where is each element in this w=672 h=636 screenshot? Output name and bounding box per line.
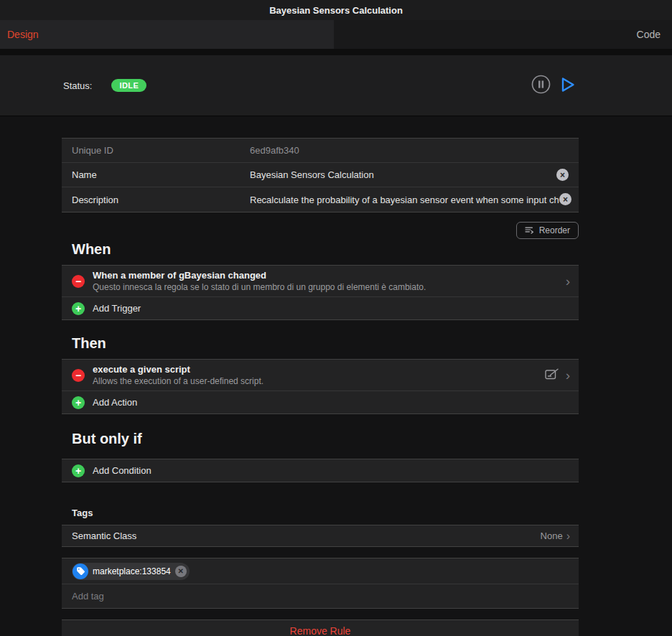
run-rule-button[interactable]: [560, 76, 576, 95]
tag-chip-label: marketplace:133854: [93, 566, 171, 576]
condition-card: + Add Condition: [62, 459, 579, 482]
reorder-label: Reorder: [539, 225, 570, 235]
add-action-label: Add Action: [93, 397, 137, 408]
tags-section-title: Tags: [62, 508, 672, 518]
remove-action-icon[interactable]: −: [72, 369, 85, 382]
reorder-button[interactable]: Reorder: [516, 222, 579, 239]
view-tabs: Design Code: [0, 20, 672, 49]
action-title: execute a given script: [93, 364, 539, 375]
action-item[interactable]: − execute a given script Allows the exec…: [62, 360, 579, 391]
clear-description-icon[interactable]: ×: [559, 193, 571, 205]
tags-card: marketplace:133854 ✕: [62, 558, 579, 609]
tab-code[interactable]: Code: [334, 20, 672, 49]
tag-chip-row: marketplace:133854 ✕: [62, 558, 579, 584]
semantic-class-row[interactable]: Semantic Class None ›: [62, 525, 579, 546]
name-label: Name: [72, 169, 250, 180]
status-label: Status:: [63, 80, 92, 91]
rule-details-card: Unique ID 6ed9afb340 Name Bayesian Senso…: [62, 138, 579, 212]
description-label: Description: [72, 195, 250, 205]
action-text: execute a given script Allows the execut…: [93, 364, 539, 386]
action-end-icons: ›: [545, 368, 570, 383]
rule-editor-page: Unique ID 6ed9afb340 Name Bayesian Senso…: [0, 138, 672, 636]
description-row: Description Recalculate the probability …: [62, 187, 579, 212]
pause-rule-button[interactable]: [531, 75, 551, 96]
pause-icon: [531, 75, 551, 96]
then-card: − execute a given script Allows the exec…: [62, 359, 579, 414]
add-condition-label: Add Condition: [93, 465, 151, 476]
chevron-right-icon: ›: [566, 274, 570, 288]
unique-id-label: Unique ID: [72, 145, 250, 156]
trigger-title: When a member of gBayesian changed: [93, 270, 566, 281]
reorder-icon: [525, 225, 535, 236]
app-navbar: Bayesian Sensors Calculation: [0, 0, 672, 20]
then-section-title: Then: [62, 335, 579, 352]
plus-icon: +: [72, 396, 85, 409]
edit-script-icon[interactable]: [545, 368, 560, 383]
chevron-right-icon: ›: [566, 530, 570, 542]
when-section-title: When: [62, 241, 579, 258]
trigger-subtitle: Questo innesca la regola se lo stato di …: [93, 282, 566, 292]
reorder-row: Reorder: [62, 222, 579, 239]
remove-trigger-icon[interactable]: −: [72, 275, 85, 288]
trigger-text: When a member of gBayesian changed Quest…: [93, 270, 566, 292]
tag-icon: [73, 563, 88, 579]
unique-id-row: Unique ID 6ed9afb340: [62, 139, 579, 163]
tag-chip: marketplace:133854 ✕: [72, 563, 190, 580]
clear-name-icon[interactable]: ×: [556, 169, 569, 181]
toolbar-actions: [531, 75, 576, 96]
plus-icon: +: [72, 464, 85, 477]
page-title: Bayesian Sensors Calculation: [269, 5, 403, 16]
divider-strip: [0, 49, 672, 55]
remove-rule-button[interactable]: Remove Rule: [62, 620, 579, 636]
add-tag-row: [62, 584, 579, 608]
trigger-item[interactable]: − When a member of gBayesian changed Que…: [62, 266, 579, 297]
name-row: Name Bayesian Sensors Calculation ×: [62, 163, 579, 187]
add-condition-button[interactable]: + Add Condition: [62, 459, 579, 482]
add-action-button[interactable]: + Add Action: [62, 391, 579, 413]
semantic-class-value: None: [541, 530, 563, 541]
semantic-class-value-wrap: None ›: [541, 530, 570, 542]
semantic-class-label: Semantic Class: [72, 530, 136, 541]
unique-id-value: 6ed9afb340: [250, 145, 569, 156]
status-toolbar: Status: IDLE: [0, 55, 672, 116]
plus-icon: +: [72, 302, 85, 315]
play-icon: [560, 76, 576, 95]
add-trigger-button[interactable]: + Add Trigger: [62, 297, 579, 319]
add-trigger-label: Add Trigger: [93, 303, 141, 314]
add-tag-input[interactable]: [72, 591, 569, 602]
remove-tag-icon[interactable]: ✕: [175, 566, 187, 577]
action-subtitle: Allows the execution of a user-defined s…: [93, 376, 539, 386]
name-input[interactable]: Bayesian Sensors Calculation: [250, 169, 556, 180]
when-card: − When a member of gBayesian changed Que…: [62, 265, 579, 320]
chevron-right-icon: ›: [566, 368, 570, 382]
remove-rule-card: Remove Rule: [62, 619, 579, 636]
tab-design[interactable]: Design: [0, 20, 334, 49]
condition-section-title: But only if: [62, 431, 579, 447]
semantic-class-card: Semantic Class None ›: [62, 525, 579, 547]
status-badge: IDLE: [111, 79, 146, 92]
description-input[interactable]: Recalculate the probability of a bayesia…: [250, 195, 569, 205]
